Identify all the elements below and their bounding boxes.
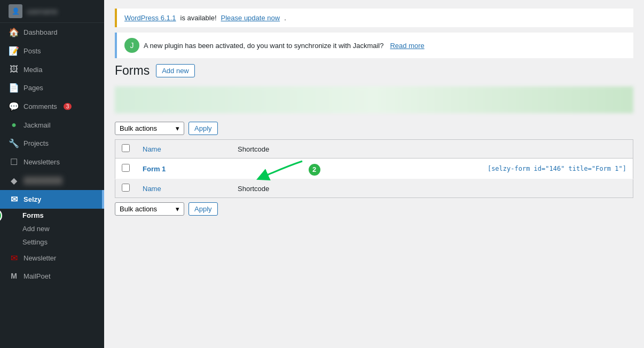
- th-shortcode-top: Shortcode: [231, 140, 633, 159]
- th-checkbox-footer: [115, 179, 137, 198]
- submenu-label-add-new: Add new: [22, 225, 50, 233]
- sidebar-label-newsletter: Newsletter: [23, 254, 56, 262]
- th-checkbox: [115, 140, 137, 159]
- sidebar-label-blurred: blurredname: [23, 177, 62, 185]
- main-content: WordPress 6.1.1 is available! Please upd…: [104, 0, 644, 348]
- sidebar-label-newsletters: Newsletters: [23, 158, 60, 166]
- sidebar-label-projects: Projects: [23, 139, 49, 147]
- sidebar-item-selzy[interactable]: ✉ Selzy: [0, 190, 104, 209]
- blurred-icon: ◆: [9, 176, 19, 186]
- sidebar-label-comments: Comments: [23, 102, 57, 110]
- sidebar-item-mailpoet[interactable]: M MailPoet: [0, 267, 104, 284]
- sidebar-label-jackmail: Jackmail: [23, 121, 51, 129]
- jackmail-icon: ●: [9, 120, 19, 130]
- bulk-actions-label-top: Bulk actions: [120, 124, 157, 132]
- plugin-notice: J A new plugin has been activated, do yo…: [115, 33, 633, 58]
- projects-icon: 🔧: [9, 138, 19, 148]
- wp-update-link[interactable]: WordPress 6.1.1: [124, 14, 176, 22]
- avatar: 👤: [9, 4, 22, 18]
- sidebar-item-pages[interactable]: 📄 Pages: [0, 78, 104, 97]
- sidebar-item-newsletter[interactable]: ✉ Newsletter: [0, 249, 104, 267]
- chevron-down-icon-top: ▾: [176, 124, 179, 132]
- sidebar-item-jackmail[interactable]: ● Jackmail: [0, 116, 104, 134]
- table-header-row: Name Shortcode: [115, 140, 633, 159]
- bulk-actions-label-bottom: Bulk actions: [120, 205, 157, 213]
- posts-icon: 📝: [9, 46, 19, 56]
- annotation-badge-2: 2: [308, 163, 321, 177]
- pages-icon: 📄: [9, 83, 19, 93]
- bulk-actions-select-top[interactable]: Bulk actions ▾: [115, 122, 184, 135]
- sidebar-label-selzy: Selzy: [23, 195, 41, 203]
- bulk-bar-bottom: Bulk actions ▾ Apply: [115, 202, 633, 216]
- select-all-checkbox-top[interactable]: [122, 144, 130, 152]
- add-new-button[interactable]: Add new: [156, 64, 195, 77]
- read-more-link[interactable]: Read more: [390, 42, 424, 50]
- annotation-badge-1: 1: [0, 209, 2, 223]
- please-update-link[interactable]: Please update now: [221, 14, 280, 22]
- form-name-link[interactable]: Form 1: [143, 165, 166, 173]
- select-all-checkbox-bottom[interactable]: [122, 184, 130, 192]
- username: username: [27, 7, 58, 15]
- sidebar-label-mailpoet: MailPoet: [23, 272, 51, 280]
- notice-text-middle: is available!: [180, 14, 217, 22]
- submenu-label-forms: Forms: [22, 211, 44, 219]
- comments-badge: 3: [64, 103, 72, 110]
- bulk-bar-top: Bulk actions ▾ Apply: [115, 122, 633, 135]
- sidebar-item-dashboard[interactable]: 🏠 Dashboard: [0, 23, 104, 42]
- sidebar-item-posts[interactable]: 📝 Posts: [0, 42, 104, 60]
- plugin-notice-text: A new plugin has been activated, do you …: [144, 42, 383, 50]
- sidebar-label-dashboard: Dashboard: [23, 28, 58, 36]
- row-shortcode-cell: [selzy-form id="146" title="Form 1"]: [231, 159, 633, 179]
- forms-table: Name Shortcode Form 1: [115, 139, 633, 198]
- forms-section: Bulk actions ▾ Apply Name Shortcode: [115, 122, 633, 216]
- apply-button-top[interactable]: Apply: [189, 122, 218, 135]
- sidebar-item-projects[interactable]: 🔧 Projects: [0, 134, 104, 153]
- selzy-submenu: Forms 1 Add new Settings: [0, 209, 104, 249]
- submenu-item-settings[interactable]: Settings: [0, 235, 104, 249]
- page-title: Forms: [115, 64, 150, 78]
- th-name-bottom: Name: [136, 179, 231, 198]
- submenu-item-forms[interactable]: Forms 1: [0, 209, 104, 222]
- media-icon: 🖼: [9, 65, 19, 74]
- dashboard-icon: 🏠: [9, 27, 19, 37]
- submenu-label-settings: Settings: [22, 238, 48, 246]
- chevron-down-icon-bottom: ▾: [176, 205, 179, 213]
- bulk-actions-select-bottom[interactable]: Bulk actions ▾: [115, 202, 184, 216]
- row-checkbox-cell: [115, 159, 137, 179]
- sidebar-label-media: Media: [23, 66, 42, 74]
- submenu-item-add-new[interactable]: Add new: [0, 222, 104, 235]
- th-name-top: Name: [136, 140, 231, 159]
- row-name-cell: Form 1 2: [136, 159, 231, 179]
- name-column-header-bottom[interactable]: Name: [143, 185, 161, 193]
- notice-text-after: .: [284, 14, 286, 22]
- row-checkbox-1[interactable]: [122, 164, 130, 172]
- mailpoet-icon: M: [9, 272, 19, 280]
- selzy-icon: ✉: [9, 194, 19, 204]
- update-notice: WordPress 6.1.1 is available! Please upd…: [115, 9, 633, 27]
- jackmail-plugin-icon: J: [124, 38, 139, 53]
- comments-icon: 💬: [9, 101, 19, 112]
- table-footer-header-row: Name Shortcode: [115, 179, 633, 198]
- page-header: Forms Add new: [115, 64, 633, 78]
- newsletters-icon: ☐: [9, 157, 19, 167]
- sidebar: 👤 username 🏠 Dashboard 📝 Posts 🖼 Media 📄…: [0, 0, 104, 348]
- newsletter-icon: ✉: [9, 253, 19, 263]
- sidebar-item-media[interactable]: 🖼 Media: [0, 60, 104, 78]
- th-shortcode-bottom: Shortcode: [231, 179, 633, 198]
- name-column-header-top[interactable]: Name: [143, 145, 161, 153]
- user-area: 👤 username: [0, 0, 104, 23]
- apply-button-bottom[interactable]: Apply: [189, 202, 218, 216]
- green-banner: [115, 86, 633, 113]
- sidebar-label-pages: Pages: [23, 84, 43, 92]
- sidebar-label-posts: Posts: [23, 47, 41, 55]
- sidebar-item-newsletters[interactable]: ☐ Newsletters: [0, 153, 104, 171]
- sidebar-item-comments[interactable]: 💬 Comments 3: [0, 97, 104, 116]
- sidebar-item-blurred[interactable]: ◆ blurredname: [0, 171, 104, 190]
- table-row: Form 1 2: [115, 159, 633, 179]
